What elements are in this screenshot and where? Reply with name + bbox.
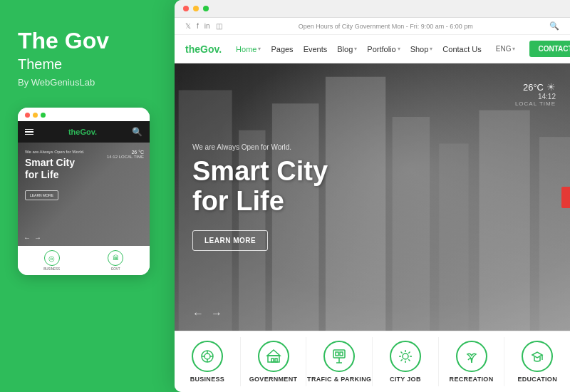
education-icon-circle: [522, 341, 553, 372]
government-label: GOVT: [111, 267, 120, 271]
site-search-icon[interactable]: 🔍: [549, 21, 559, 31]
bottom-icon-traffic[interactable]: TRAFIC & PARKING: [306, 337, 372, 386]
bottom-icon-education[interactable]: EDUCATION: [504, 337, 570, 386]
mobile-hero: We are Always Open for World. Smart City…: [18, 143, 150, 246]
hero-title: Smart City for Life: [192, 157, 552, 217]
instagram-icon[interactable]: ◫: [216, 22, 222, 30]
bottom-icon-cityjob[interactable]: CITY JOB: [372, 337, 438, 386]
mobile-nav-brand: theGov.: [68, 128, 97, 136]
mobile-mockup: theGov. 🔍 We are Always Open for World. …: [18, 108, 150, 275]
twitter-icon[interactable]: 𝕏: [185, 22, 191, 30]
hero-side-tab: [561, 187, 570, 208]
facebook-icon[interactable]: f: [197, 22, 199, 30]
government-icon: 🏛: [108, 250, 123, 266]
nav-shop[interactable]: Shop ▾: [410, 45, 433, 53]
svg-rect-21: [275, 359, 277, 362]
hero-content: We are Always Open for World. Smart City…: [175, 63, 570, 331]
hamburger-icon[interactable]: [25, 129, 33, 135]
svg-line-33: [408, 359, 410, 361]
government-label: GOVERNMENT: [249, 376, 298, 383]
brand-by: By WebGeniusLab: [18, 77, 146, 88]
business-label: BUSINESS: [190, 376, 224, 383]
mobile-weather: 26 °C 14:12 LOCAL TIME: [107, 150, 144, 159]
business-label: BUSINESS: [43, 267, 60, 271]
svg-point-27: [403, 354, 408, 359]
svg-rect-23: [336, 352, 338, 356]
site-notice: Open Hours of City Government Mon - Fri:…: [299, 23, 473, 30]
mobile-learn-btn[interactable]: LEARN MORE: [25, 190, 58, 200]
site-bottom-icons: BUSINESS GOVERNMENT TRAFIC & PARKING CIT…: [175, 331, 570, 392]
recreation-label: RECREATION: [450, 376, 494, 383]
svg-point-13: [204, 354, 210, 359]
browser-dot-minimize[interactable]: [193, 6, 199, 11]
mobile-dots: [25, 113, 46, 118]
site-logo: theGov.: [185, 43, 222, 55]
site-navbar: theGov. Home ▾ Pages Events Blog ▾ Portf…: [175, 35, 570, 63]
svg-line-34: [408, 352, 410, 354]
mobile-time: 14:12 LOCAL TIME: [107, 155, 144, 159]
bottom-icon-business[interactable]: BUSINESS: [175, 337, 240, 386]
site-hero: We are Always Open for World. Smart City…: [175, 63, 570, 331]
business-icon: ◎: [44, 250, 60, 266]
weather-icon: ☀: [546, 81, 556, 93]
nav-lang[interactable]: ENG ▾: [496, 45, 516, 53]
browser-dot-close[interactable]: [183, 6, 189, 11]
mobile-dot-yellow: [33, 113, 38, 118]
hero-next-arrow[interactable]: →: [211, 307, 222, 320]
svg-rect-20: [271, 359, 274, 362]
mobile-prev-arrow[interactable]: ←: [24, 234, 31, 242]
traffic-icon-circle: [323, 341, 355, 372]
brand-subtitle: Theme: [18, 56, 146, 73]
mobile-dot-red: [25, 113, 30, 118]
bottom-icon-recreation[interactable]: RECREATION: [438, 337, 504, 386]
social-icons: 𝕏 f in ◫: [185, 22, 222, 30]
browser-chrome: [175, 0, 570, 18]
mobile-nav-bar: theGov. 🔍: [18, 121, 150, 143]
svg-line-32: [400, 352, 402, 354]
nav-portfolio[interactable]: Portfolio ▾: [367, 45, 400, 53]
hero-local-label: LOCAL TIME: [515, 100, 556, 107]
svg-rect-24: [340, 352, 343, 356]
mobile-temp: 26 °C: [107, 150, 144, 155]
nav-blog[interactable]: Blog ▾: [337, 45, 357, 53]
hero-time: 14:12: [515, 93, 556, 100]
mobile-next-arrow[interactable]: →: [34, 234, 41, 242]
bottom-icon-government[interactable]: GOVERNMENT: [240, 337, 306, 386]
hero-prev-arrow[interactable]: ←: [192, 307, 204, 320]
nav-home[interactable]: Home ▾: [236, 45, 261, 53]
government-icon-circle: [258, 341, 289, 372]
education-label: EDUCATION: [517, 376, 557, 383]
hero-tagline: We are Always Open for World.: [192, 143, 552, 151]
cityjob-icon-circle: [390, 341, 421, 372]
browser-dot-maximize[interactable]: [203, 6, 209, 11]
desktop-mockup: 𝕏 f in ◫ Open Hours of City Government M…: [175, 0, 570, 392]
nav-events[interactable]: Events: [304, 45, 328, 53]
business-icon-circle: [192, 341, 223, 372]
svg-line-35: [400, 359, 402, 361]
mobile-search-icon[interactable]: 🔍: [132, 127, 142, 137]
contact-us-button[interactable]: CONTACT US: [529, 41, 570, 57]
mobile-hero-title: Smart City for Life: [25, 157, 142, 181]
svg-marker-19: [267, 350, 280, 356]
brand-title: The Gov: [18, 29, 146, 53]
site-top-bar: 𝕏 f in ◫ Open Hours of City Government M…: [175, 18, 570, 35]
mobile-icon-government[interactable]: 🏛 GOVT: [85, 250, 147, 271]
linkedin-icon[interactable]: in: [204, 22, 210, 30]
mobile-icon-business[interactable]: ◎ BUSINESS: [21, 250, 83, 271]
site-nav-links: Home ▾ Pages Events Blog ▾ Portfolio ▾ S…: [236, 45, 482, 53]
hero-weather: 26°C ☀ 14:12 LOCAL TIME: [515, 81, 556, 107]
hero-temperature: 26°C ☀: [515, 81, 556, 93]
nav-pages[interactable]: Pages: [271, 45, 293, 53]
nav-contact[interactable]: Contact Us: [442, 45, 481, 53]
mobile-arrows: ← →: [24, 234, 41, 242]
mobile-icons-row: ◎ BUSINESS 🏛 GOVT: [18, 246, 150, 275]
traffic-label: TRAFIC & PARKING: [307, 376, 371, 383]
left-panel: The Gov Theme By WebGeniusLab theGov. 🔍: [0, 0, 164, 392]
cityjob-label: CITY JOB: [390, 376, 421, 383]
mobile-top-bar: [18, 108, 150, 121]
recreation-icon-circle: [456, 341, 487, 372]
hero-arrows: ← →: [192, 307, 222, 320]
mobile-dot-green: [41, 113, 46, 118]
hero-learn-btn[interactable]: LEARN MORE: [192, 230, 268, 251]
